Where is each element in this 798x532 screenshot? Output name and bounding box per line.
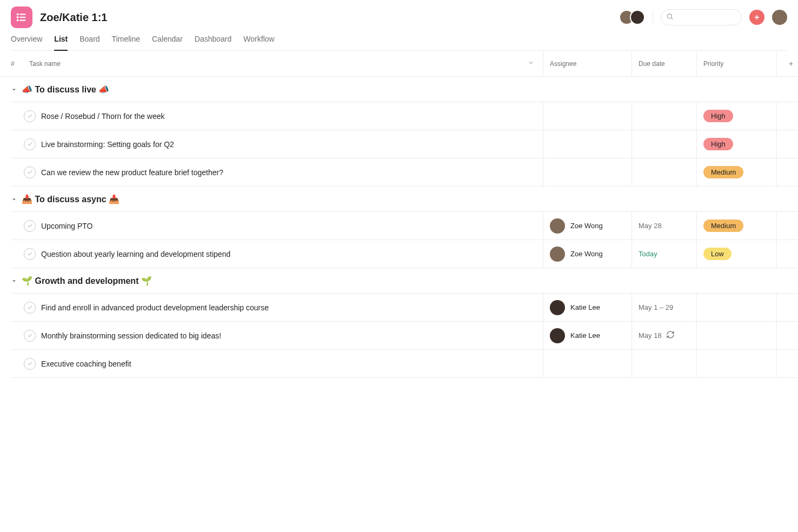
due-date: May 1 – 29 <box>639 303 673 311</box>
task-name-cell[interactable]: Live brainstorming: Setting goals for Q2 <box>11 130 543 158</box>
plus-icon <box>788 61 794 67</box>
col-header-assignee[interactable]: Assignee <box>543 51 631 76</box>
priority-cell[interactable]: Medium <box>696 158 776 186</box>
due-cell[interactable] <box>631 158 696 186</box>
assignee-cell[interactable]: Katie Lee <box>543 322 631 349</box>
col-header-number[interactable]: # <box>11 51 26 76</box>
priority-cell[interactable]: Medium <box>696 212 776 240</box>
assignee-cell[interactable] <box>543 350 631 377</box>
collapse-caret-icon[interactable] <box>11 196 17 203</box>
due-cell[interactable] <box>631 102 696 130</box>
tab-list[interactable]: List <box>54 35 68 51</box>
section-header[interactable]: 📥 To discuss async 📥 <box>0 187 798 212</box>
recurring-icon <box>666 330 675 341</box>
assignee-avatar <box>550 247 565 262</box>
tab-workflow[interactable]: Workflow <box>243 35 274 51</box>
column-headers: # Task name Assignee Due date Priority <box>0 51 798 77</box>
due-cell[interactable]: May 1 – 29 <box>631 294 696 321</box>
assignee-cell[interactable]: Zoe Wong <box>543 240 631 268</box>
complete-checkbox[interactable] <box>24 248 36 260</box>
due-cell[interactable]: Today <box>631 240 696 268</box>
task-row[interactable]: Rose / Rosebud / Thorn for the week High <box>11 102 798 130</box>
assignee-cell[interactable] <box>543 102 631 130</box>
task-row[interactable]: Executive coaching benefit <box>11 349 798 378</box>
extra-cell <box>776 158 798 186</box>
assignee-cell[interactable] <box>543 158 631 186</box>
task-name-cell[interactable]: Question about yearly learning and devel… <box>11 240 543 268</box>
assignee-avatar <box>550 218 565 234</box>
task-row[interactable]: Upcoming PTO Zoe Wong May 28Medium <box>11 211 798 240</box>
due-cell[interactable]: May 18 <box>631 322 696 349</box>
assignee-cell[interactable]: Katie Lee <box>543 294 631 321</box>
assignee-cell[interactable]: Zoe Wong <box>543 212 631 240</box>
extra-cell <box>776 322 798 349</box>
complete-checkbox[interactable] <box>24 138 36 150</box>
section-title: 📣 To discuss live 📣 <box>22 84 109 95</box>
tab-overview[interactable]: Overview <box>11 35 42 51</box>
tab-dashboard[interactable]: Dashboard <box>195 35 232 51</box>
collapse-caret-icon[interactable] <box>11 278 17 284</box>
priority-cell[interactable]: High <box>696 130 776 158</box>
assignee-name: Zoe Wong <box>570 250 603 258</box>
task-name-cell[interactable]: Upcoming PTO <box>11 212 543 240</box>
assignee-cell[interactable] <box>543 130 631 158</box>
add-button[interactable] <box>749 10 764 25</box>
complete-checkbox[interactable] <box>24 110 36 122</box>
due-date: May 18 <box>639 331 662 340</box>
member-avatar[interactable] <box>630 10 645 25</box>
assignee-name: Katie Lee <box>570 331 600 340</box>
complete-checkbox[interactable] <box>24 358 36 370</box>
collapse-caret-icon[interactable] <box>11 87 17 93</box>
priority-pill: Medium <box>703 220 743 232</box>
priority-pill: Medium <box>703 166 743 178</box>
task-row[interactable]: Can we review the new product feature br… <box>11 158 798 187</box>
task-row[interactable]: Monthly brainstorming session dedicated … <box>11 321 798 350</box>
col-header-priority[interactable]: Priority <box>696 51 776 76</box>
app-root: Zoe/Katie 1:1 OverviewLi <box>0 0 798 378</box>
tab-calendar[interactable]: Calendar <box>152 35 183 51</box>
priority-cell[interactable] <box>696 322 776 349</box>
assignee-name: Katie Lee <box>570 303 600 311</box>
priority-cell[interactable] <box>696 294 776 321</box>
tab-board[interactable]: Board <box>79 35 99 51</box>
search-box <box>661 9 742 25</box>
complete-checkbox[interactable] <box>24 167 36 178</box>
task-name-cell[interactable]: Can we review the new product feature br… <box>11 158 543 186</box>
col-header-taskname[interactable]: Task name <box>26 51 543 76</box>
project-icon[interactable] <box>11 6 32 28</box>
task-name-cell[interactable]: Executive coaching benefit <box>11 350 543 377</box>
project-members[interactable] <box>619 10 645 25</box>
project-title[interactable]: Zoe/Katie 1:1 <box>40 11 107 24</box>
due-cell[interactable] <box>631 350 696 377</box>
complete-checkbox[interactable] <box>24 330 36 342</box>
task-row[interactable]: Question about yearly learning and devel… <box>11 240 798 268</box>
complete-checkbox[interactable] <box>24 220 36 232</box>
task-name-cell[interactable]: Monthly brainstorming session dedicated … <box>11 322 543 349</box>
task-name-cell[interactable]: Rose / Rosebud / Thorn for the week <box>11 102 543 130</box>
col-header-due[interactable]: Due date <box>631 51 696 76</box>
tab-timeline[interactable]: Timeline <box>112 35 140 51</box>
due-cell[interactable] <box>631 130 696 158</box>
user-avatar[interactable] <box>772 10 787 25</box>
priority-cell[interactable]: High <box>696 102 776 130</box>
add-column-button[interactable] <box>776 51 798 76</box>
task-name-cell[interactable]: Find and enroll in advanced product deve… <box>11 294 543 321</box>
priority-cell[interactable] <box>696 350 776 377</box>
task-name: Monthly brainstorming session dedicated … <box>41 331 221 340</box>
extra-cell <box>776 240 798 268</box>
section-title: 🌱 Growth and development 🌱 <box>22 276 152 286</box>
search-input[interactable] <box>661 9 742 25</box>
extra-cell <box>776 102 798 130</box>
due-cell[interactable]: May 28 <box>631 212 696 240</box>
section-header[interactable]: 📣 To discuss live 📣 <box>0 77 798 102</box>
section-header[interactable]: 🌱 Growth and development 🌱 <box>0 268 798 294</box>
task-row[interactable]: Live brainstorming: Setting goals for Q2… <box>11 130 798 158</box>
complete-checkbox[interactable] <box>24 302 36 314</box>
task-row[interactable]: Find and enroll in advanced product deve… <box>11 293 798 322</box>
extra-cell <box>776 350 798 377</box>
due-date: May 28 <box>639 222 662 230</box>
priority-pill: Low <box>703 248 732 260</box>
priority-cell[interactable]: Low <box>696 240 776 268</box>
chevron-down-icon[interactable] <box>528 59 534 68</box>
priority-pill: High <box>703 110 733 122</box>
